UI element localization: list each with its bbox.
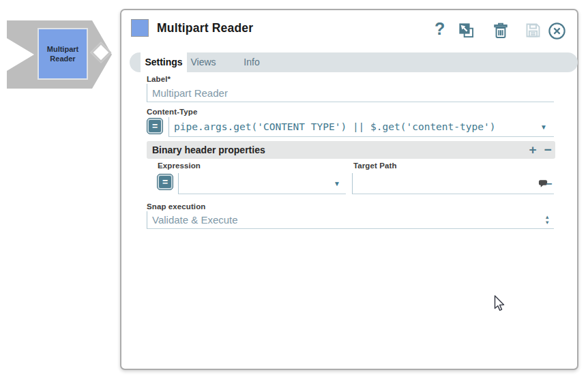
tab-settings[interactable]: Settings bbox=[141, 52, 187, 72]
spinner-down-icon[interactable]: ▼ bbox=[545, 220, 550, 226]
tab-strip: Settings Views Info bbox=[130, 52, 578, 72]
remove-row-icon[interactable]: − bbox=[542, 141, 554, 158]
binary-header-section-bar: Binary header properties + − bbox=[147, 141, 555, 159]
snap-execution-select[interactable]: Validate & Execute ▲ ▼ bbox=[147, 211, 554, 229]
spinner-icon[interactable]: ▲ ▼ bbox=[545, 215, 550, 226]
snap-settings-dialog: Multipart Reader ? bbox=[120, 9, 578, 370]
mouse-cursor-icon bbox=[493, 295, 506, 316]
snap-execution-value: Validate & Execute bbox=[147, 214, 238, 226]
target-path-input[interactable] bbox=[352, 173, 554, 194]
content-type-input[interactable]: pipe.args.get('CONTENT_TYPE') || $.get('… bbox=[168, 117, 554, 137]
snaplogic-canvas: Multipart Reader Multipart Reader ? bbox=[0, 0, 588, 383]
trash-icon[interactable] bbox=[491, 21, 510, 43]
label-field-label: Label* bbox=[147, 75, 171, 83]
expression-dropdown-icon[interactable]: ▼ bbox=[334, 180, 340, 187]
help-icon[interactable]: ? bbox=[435, 19, 445, 39]
column-header-expression: Expression bbox=[158, 162, 201, 170]
tab-views[interactable]: Views bbox=[184, 52, 222, 72]
tab-info[interactable]: Info bbox=[233, 52, 270, 72]
close-icon[interactable] bbox=[547, 21, 567, 44]
content-type-value: pipe.args.get('CONTENT_TYPE') || $.get('… bbox=[169, 121, 495, 132]
content-type-label: Content-Type bbox=[147, 108, 197, 116]
expression-input[interactable]: ▼ bbox=[178, 173, 346, 194]
label-input[interactable]: Multipart Reader bbox=[147, 84, 554, 102]
snap-icon bbox=[131, 19, 149, 37]
expand-icon[interactable] bbox=[457, 21, 475, 42]
row-expression-toggle[interactable]: = bbox=[157, 174, 173, 190]
snap-node-label[interactable]: Multipart Reader bbox=[38, 28, 88, 80]
row-remove-icon[interactable]: − bbox=[546, 178, 552, 190]
binary-header-section-title: Binary header properties bbox=[152, 141, 265, 159]
snap-execution-label: Snap execution bbox=[147, 202, 205, 211]
snap-node[interactable]: Multipart Reader bbox=[5, 18, 113, 91]
dialog-title: Multipart Reader bbox=[157, 21, 253, 35]
add-row-icon[interactable]: + bbox=[527, 141, 539, 158]
content-type-dropdown-icon[interactable]: ▼ bbox=[540, 123, 547, 131]
label-input-value: Multipart Reader bbox=[147, 87, 228, 99]
content-type-expression-toggle[interactable]: = bbox=[147, 118, 163, 134]
column-header-target-path: Target Path bbox=[353, 162, 397, 170]
save-icon[interactable] bbox=[524, 21, 542, 42]
